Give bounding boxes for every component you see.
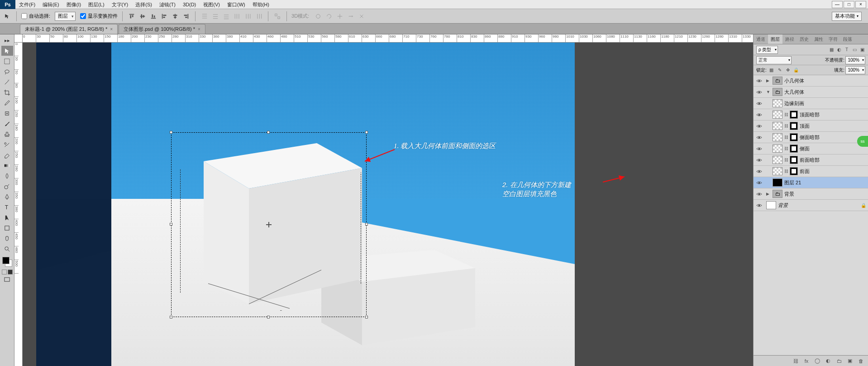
screenmode-tool[interactable]: [1, 274, 13, 284]
hand-tool[interactable]: [1, 233, 13, 243]
mask-thumb[interactable]: [790, 122, 798, 130]
menu-view[interactable]: 视图(V): [200, 0, 224, 9]
layer-name[interactable]: 侧面: [800, 145, 810, 152]
blur-tool[interactable]: [1, 171, 13, 181]
menu-type[interactable]: 文字(Y): [108, 0, 132, 9]
blend-mode-dropdown[interactable]: 正常: [756, 56, 792, 64]
layer-row[interactable]: ▼🗀大几何体: [754, 87, 868, 98]
crop-tool[interactable]: [1, 87, 13, 97]
align-bottom-icon[interactable]: [149, 12, 158, 21]
menu-select[interactable]: 选择(S): [132, 0, 156, 9]
stamp-tool[interactable]: [1, 129, 13, 139]
lasso-tool[interactable]: [1, 67, 13, 77]
layer-name[interactable]: 侧面暗部: [800, 134, 820, 141]
layer-row[interactable]: 图层 21: [754, 177, 868, 188]
layer-name[interactable]: 前面: [800, 168, 810, 175]
align-top-icon[interactable]: [127, 12, 136, 21]
minimize-button[interactable]: —: [832, 1, 843, 8]
document-tab-1[interactable]: 未标题-1 @ 200% (图层 21, RGB/8) * ×: [20, 24, 118, 34]
distribute-hcenter-icon[interactable]: [243, 12, 253, 21]
layer-row[interactable]: ⛓顶面: [754, 120, 868, 132]
panel-tab-channels[interactable]: 通道: [754, 34, 768, 44]
layer-kind-dropdown[interactable]: ρ 类型: [756, 46, 778, 54]
opacity-input[interactable]: 100%: [845, 56, 865, 64]
layer-row[interactable]: 边缘刻画: [754, 98, 868, 109]
horizontal-ruler[interactable]: 0305080100130150180200230250280310330360…: [23, 34, 753, 43]
show-transform-checkbox[interactable]: 显示变换控件: [80, 13, 118, 19]
3d-slide-icon[interactable]: [346, 12, 355, 21]
lockall-icon[interactable]: 🔒: [793, 67, 799, 73]
visibility-icon[interactable]: [755, 134, 763, 141]
layer-name[interactable]: 背景: [784, 191, 794, 197]
lockpix-icon[interactable]: ▦: [768, 67, 775, 73]
menu-window[interactable]: 窗口(W): [224, 0, 249, 9]
menu-filter[interactable]: 滤镜(T): [156, 0, 179, 9]
layer-row[interactable]: ⛓顶面暗部: [754, 109, 868, 120]
panel-tab-character[interactable]: 字符: [826, 34, 840, 44]
panel-tab-props[interactable]: 属性: [811, 34, 826, 44]
distribute-right-icon[interactable]: [254, 12, 263, 21]
layer-name[interactable]: 小几何体: [784, 77, 804, 84]
twisty-icon[interactable]: ▶: [766, 78, 771, 83]
path-select-tool[interactable]: [1, 212, 13, 222]
layer-row[interactable]: ▶🗀小几何体: [754, 75, 868, 87]
panel-tab-paragraph[interactable]: 段落: [840, 34, 855, 44]
menu-layer[interactable]: 图层(L): [85, 0, 108, 9]
distribute-vcenter-icon[interactable]: [211, 12, 220, 21]
twisty-icon[interactable]: ▼: [766, 90, 771, 94]
layer-list[interactable]: ▶🗀小几何体▼🗀大几何体边缘刻画⛓顶面暗部⛓顶面⛓侧面暗部⛓侧面⛓前面暗部⛓前面…: [754, 75, 868, 355]
layer-name[interactable]: 大几何体: [784, 89, 804, 96]
mask-thumb[interactable]: [790, 156, 798, 164]
mask-thumb[interactable]: [790, 133, 798, 141]
layer-fx-icon[interactable]: fx: [803, 357, 810, 365]
distribute-bottom-icon[interactable]: [222, 12, 231, 21]
align-left-icon[interactable]: [160, 12, 169, 21]
mask-thumb[interactable]: [790, 111, 798, 119]
new-adjust-icon[interactable]: ◐: [825, 357, 832, 365]
visibility-icon[interactable]: [755, 88, 763, 96]
eyedropper-tool[interactable]: [1, 98, 13, 108]
3d-roll-icon[interactable]: [324, 12, 334, 21]
menu-file[interactable]: 文件(F): [15, 0, 39, 9]
lockpaint-icon[interactable]: ✎: [777, 67, 783, 73]
mask-link-icon[interactable]: ⛓: [784, 146, 788, 151]
type-tool[interactable]: T: [1, 202, 13, 212]
3d-pan-icon[interactable]: [335, 12, 344, 21]
layer-name[interactable]: 顶面: [800, 123, 810, 130]
heal-tool[interactable]: [1, 108, 13, 118]
layer-row[interactable]: ⛓前面暗部: [754, 154, 868, 166]
wand-tool[interactable]: [1, 77, 13, 87]
close-button[interactable]: ×: [855, 1, 866, 8]
menu-help[interactable]: 帮助(H): [249, 0, 273, 9]
brush-tool[interactable]: [1, 119, 13, 129]
link-layers-icon[interactable]: ⛓: [792, 357, 799, 365]
document-viewport[interactable]: 1. 载入大几何体前面和侧面的选区 2. 在几何体的下方新建 空白图层填充黑色: [23, 43, 753, 366]
quickmask-toggle[interactable]: [2, 270, 13, 274]
distribute-top-icon[interactable]: [200, 12, 209, 21]
close-icon[interactable]: ×: [198, 27, 200, 32]
filter-type-icon[interactable]: T: [844, 47, 850, 53]
visibility-icon[interactable]: [755, 111, 763, 118]
filter-smart-icon[interactable]: ▣: [859, 47, 865, 53]
layer-mask-icon[interactable]: ◯: [814, 357, 821, 365]
layer-row[interactable]: ⛓侧面: [754, 143, 868, 154]
zoom-tool[interactable]: [1, 244, 13, 254]
color-swatches[interactable]: [1, 256, 13, 268]
filter-shape-icon[interactable]: ▭: [851, 47, 858, 53]
3d-zoom-icon[interactable]: [357, 12, 366, 21]
panel-tab-layers[interactable]: 图层: [768, 34, 782, 44]
layer-name[interactable]: 边缘刻画: [784, 100, 804, 107]
workspace-switcher[interactable]: 基本功能▾: [828, 12, 865, 21]
filter-adjust-icon[interactable]: ◐: [836, 47, 842, 53]
layer-name[interactable]: 背景: [778, 202, 788, 209]
maximize-button[interactable]: □: [844, 1, 854, 8]
auto-align-icon[interactable]: [273, 12, 282, 21]
mask-link-icon[interactable]: ⛓: [784, 112, 788, 117]
gradient-tool[interactable]: [1, 160, 13, 170]
auto-select-target-dropdown[interactable]: 图层: [55, 12, 76, 21]
menu-image[interactable]: 图像(I): [63, 0, 85, 9]
ruler-origin[interactable]: [14, 34, 23, 43]
align-vcenter-icon[interactable]: [138, 12, 147, 21]
close-icon[interactable]: ×: [110, 27, 113, 32]
fill-input[interactable]: 100%: [845, 66, 865, 74]
